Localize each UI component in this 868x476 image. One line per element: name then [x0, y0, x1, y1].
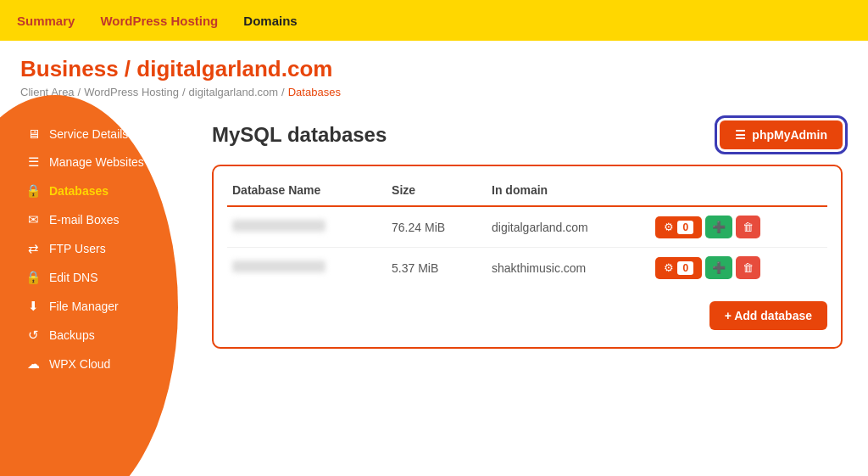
sidebar-item-manage-websites[interactable]: ☰ Manage Websites [25, 148, 186, 176]
trash-icon-2: 🗑 [743, 261, 754, 274]
col-in-domain: In domain [487, 175, 650, 206]
action-buttons-1: ⚙ 0 ➕ 🗑 [655, 216, 819, 238]
nav-domains[interactable]: Domains [243, 14, 297, 28]
user-count-badge-1: 0 [677, 221, 693, 234]
sidebar-label-manage-websites: Manage Websites [49, 155, 144, 169]
users-icon-2: ⚙ [664, 261, 674, 274]
backups-icon: ↺ [25, 328, 41, 343]
user-count-badge-2: 0 [677, 261, 693, 275]
sidebar-label-email-boxes: E-mail Boxes [49, 213, 119, 227]
db-add-user-button-2[interactable]: ➕ [705, 256, 732, 279]
page-title-highlight: digitalgarland.com [136, 56, 332, 81]
content-area: MySQL databases ☰ phpMyAdmin Database Na… [186, 104, 868, 476]
db-size-cell-2: 5.37 MiB [387, 248, 487, 288]
sidebar-item-email-boxes[interactable]: ✉ E-mail Boxes [25, 206, 186, 233]
col-actions [650, 175, 827, 206]
databases-card: Database Name Size In domain 76.24 MiB d… [212, 165, 843, 349]
sidebar-label-file-manager: File Manager [49, 300, 119, 313]
db-actions-cell-1: ⚙ 0 ➕ 🗑 [650, 206, 827, 248]
db-delete-button-2[interactable]: 🗑 [736, 256, 760, 279]
sidebar: 🖥 Service Details ☰ Manage Websites 🔒 Da… [0, 104, 186, 476]
monitor-icon: 🖥 [25, 126, 41, 141]
db-domain-cell-1: digitalgarland.com [487, 206, 650, 248]
top-navigation: Summary WordPress Hosting Domains [0, 0, 868, 41]
table-row: 5.37 MiB shakthimusic.com ⚙ 0 ➕ [227, 248, 827, 288]
page-title: Business / digitalgarland.com [20, 56, 848, 82]
add-user-icon-1: ➕ [712, 221, 726, 233]
db-name-blurred-2 [232, 260, 326, 272]
header-area: Business / digitalgarland.com Client Are… [0, 41, 868, 104]
db-name-cell-1 [227, 206, 387, 248]
add-user-icon-2: ➕ [712, 261, 726, 274]
users-icon-1: ⚙ [664, 221, 674, 233]
sidebar-item-service-details[interactable]: 🖥 Service Details [25, 120, 186, 147]
sidebar-label-wpx-cloud: WPX Cloud [49, 357, 110, 371]
list-icon: ☰ [25, 154, 41, 170]
breadcrumb-domain[interactable]: digitalgarland.com [189, 86, 279, 98]
trash-icon-1: 🗑 [743, 221, 754, 233]
email-icon: ✉ [25, 212, 41, 227]
main-layout: 🖥 Service Details ☰ Manage Websites 🔒 Da… [0, 104, 868, 476]
sidebar-label-ftp-users: FTP Users [49, 242, 106, 255]
cloud-icon: ☁ [25, 356, 41, 372]
phpmyadmin-button[interactable]: ☰ phpMyAdmin [720, 120, 843, 149]
add-database-button[interactable]: + Add database [709, 301, 827, 330]
dns-icon: 🔒 [25, 270, 41, 285]
nav-summary[interactable]: Summary [17, 14, 75, 28]
sidebar-menu: 🖥 Service Details ☰ Manage Websites 🔒 Da… [0, 104, 186, 395]
breadcrumb-databases: Databases [288, 86, 341, 98]
sidebar-item-wpx-cloud[interactable]: ☁ WPX Cloud [25, 350, 186, 378]
sidebar-item-file-manager[interactable]: ⬇ File Manager [25, 293, 186, 320]
db-name-blurred-1 [232, 220, 326, 232]
db-add-user-button-1[interactable]: ➕ [705, 216, 732, 238]
nav-wordpress-hosting[interactable]: WordPress Hosting [100, 14, 218, 28]
sidebar-item-edit-dns[interactable]: 🔒 Edit DNS [25, 264, 186, 291]
table-header-row: Database Name Size In domain [227, 175, 827, 206]
sidebar-label-service-details: Service Details [49, 127, 128, 141]
db-size-cell-1: 76.24 MiB [387, 206, 487, 248]
phpmyadmin-label: phpMyAdmin [752, 128, 827, 142]
add-database-row: + Add database [227, 301, 827, 330]
file-manager-icon: ⬇ [25, 299, 41, 314]
ftp-icon: ⇄ [25, 241, 41, 256]
page-title-prefix: Business / [20, 56, 136, 81]
db-users-button-2[interactable]: ⚙ 0 [655, 257, 702, 279]
phpmyadmin-icon: ☰ [735, 128, 746, 142]
col-size: Size [387, 175, 487, 206]
col-database-name: Database Name [227, 175, 387, 206]
db-delete-button-1[interactable]: 🗑 [736, 216, 760, 238]
breadcrumb: Client Area / WordPress Hosting / digita… [20, 86, 848, 98]
table-row: 76.24 MiB digitalgarland.com ⚙ 0 ➕ [227, 206, 827, 248]
db-name-cell-2 [227, 248, 387, 288]
sidebar-item-ftp-users[interactable]: ⇄ FTP Users [25, 235, 186, 262]
sidebar-label-databases: Databases [49, 184, 108, 198]
mysql-databases-title: MySQL databases [212, 123, 387, 147]
sidebar-label-backups: Backups [49, 328, 95, 342]
database-icon: 🔒 [25, 183, 41, 199]
sidebar-label-edit-dns: Edit DNS [49, 271, 98, 284]
databases-table: Database Name Size In domain 76.24 MiB d… [227, 175, 827, 288]
sidebar-item-databases[interactable]: 🔒 Databases [25, 177, 186, 204]
content-header: MySQL databases ☰ phpMyAdmin [212, 120, 843, 149]
sidebar-item-backups[interactable]: ↺ Backups [25, 322, 186, 349]
action-buttons-2: ⚙ 0 ➕ 🗑 [655, 256, 819, 279]
db-users-button-1[interactable]: ⚙ 0 [655, 216, 702, 238]
db-domain-cell-2: shakthimusic.com [487, 248, 650, 288]
breadcrumb-wordpress-hosting[interactable]: WordPress Hosting [84, 86, 179, 98]
db-actions-cell-2: ⚙ 0 ➕ 🗑 [650, 248, 827, 288]
